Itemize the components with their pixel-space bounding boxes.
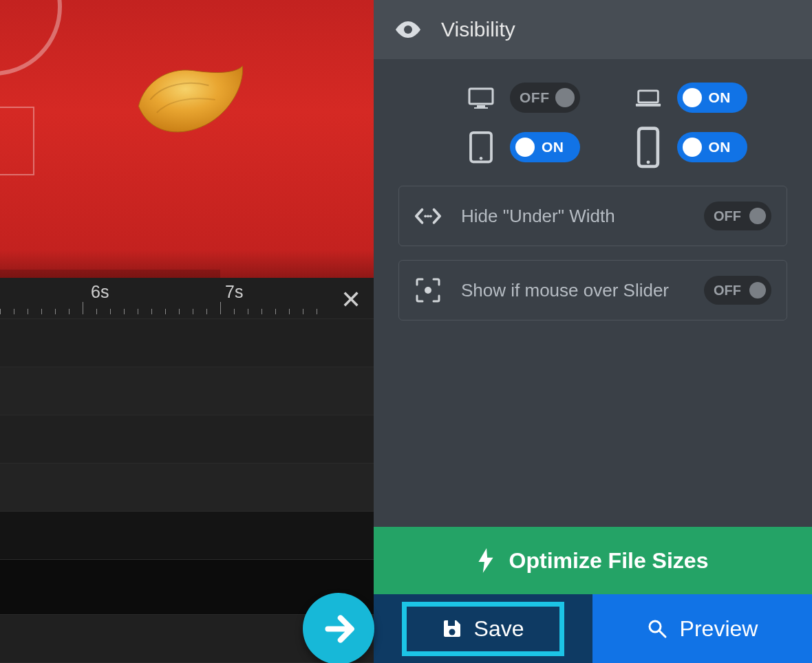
timeline-label-7s: 7s <box>225 282 243 302</box>
timeline-track[interactable] <box>0 415 374 464</box>
eye-icon <box>394 19 422 41</box>
canvas-decoration-box <box>0 107 34 175</box>
svg-rect-14 <box>448 620 455 626</box>
svg-rect-2 <box>477 105 485 107</box>
optimize-label: Optimize File Sizes <box>509 548 709 574</box>
save-icon <box>442 619 462 638</box>
visibility-phone-toggle[interactable]: ON <box>677 132 747 162</box>
svg-rect-3 <box>474 107 488 109</box>
timeline-track[interactable] <box>0 367 374 415</box>
desktop-icon <box>467 85 495 110</box>
svg-point-0 <box>404 25 412 34</box>
svg-rect-5 <box>635 104 660 107</box>
show-if-mouse-over-label: Show if mouse over Slider <box>461 280 685 301</box>
toggle-knob <box>749 282 766 298</box>
bolt-icon <box>478 548 494 573</box>
visibility-section-header[interactable]: Visibility <box>374 0 812 59</box>
timeline-track[interactable] <box>0 319 374 367</box>
svg-rect-4 <box>638 91 658 102</box>
timeline-area: 6s 7s ✕ <box>0 278 374 663</box>
timeline-ruler[interactable]: 6s 7s ✕ <box>0 278 374 319</box>
svg-point-15 <box>449 629 455 635</box>
width-code-icon <box>414 202 442 230</box>
phone-icon <box>634 135 662 160</box>
preview-button[interactable]: Preview <box>592 594 812 663</box>
canvas-footer-bar <box>0 270 220 278</box>
toggle-knob <box>749 208 766 224</box>
section-title: Visibility <box>441 18 515 41</box>
preview-label: Preview <box>680 616 758 642</box>
save-label: Save <box>474 616 524 642</box>
visibility-desktop-toggle[interactable]: OFF <box>510 83 580 113</box>
svg-point-10 <box>424 215 427 217</box>
hide-under-width-row: Hide "Under" Width OFF <box>398 186 787 246</box>
show-if-mouse-over-toggle[interactable]: OFF <box>704 276 771 305</box>
visibility-tablet-toggle[interactable]: ON <box>510 132 580 162</box>
timeline-close-icon[interactable]: ✕ <box>341 287 361 312</box>
timeline-track[interactable] <box>0 512 374 560</box>
visibility-laptop-toggle[interactable]: ON <box>677 83 747 113</box>
hide-under-width-toggle[interactable]: OFF <box>704 202 771 230</box>
toggle-knob <box>683 138 702 157</box>
arrow-right-icon <box>320 610 358 648</box>
toggle-knob <box>555 88 575 107</box>
svg-point-9 <box>646 160 650 164</box>
tablet-icon <box>467 135 495 160</box>
laptop-icon <box>634 85 662 110</box>
focus-target-icon <box>414 276 442 304</box>
svg-point-7 <box>480 157 483 160</box>
canvas-chip-image[interactable] <box>131 58 248 141</box>
slider-canvas[interactable] <box>0 0 374 278</box>
next-arrow-button[interactable] <box>303 593 374 663</box>
timeline-track[interactable] <box>0 464 374 512</box>
timeline-label-6s: 6s <box>91 282 109 302</box>
toggle-knob <box>683 88 702 107</box>
svg-rect-1 <box>469 89 493 104</box>
svg-line-17 <box>659 631 665 637</box>
optimize-file-sizes-button[interactable]: Optimize File Sizes <box>374 527 812 594</box>
svg-point-13 <box>425 287 431 294</box>
canvas-decoration-arc <box>0 0 62 76</box>
svg-point-12 <box>429 215 432 217</box>
show-if-mouse-over-row: Show if mouse over Slider OFF <box>398 260 787 320</box>
save-button[interactable]: Save <box>402 602 565 656</box>
svg-point-11 <box>427 215 429 217</box>
hide-under-width-label: Hide "Under" Width <box>461 206 685 227</box>
toggle-knob <box>515 138 535 157</box>
search-icon <box>647 618 667 639</box>
